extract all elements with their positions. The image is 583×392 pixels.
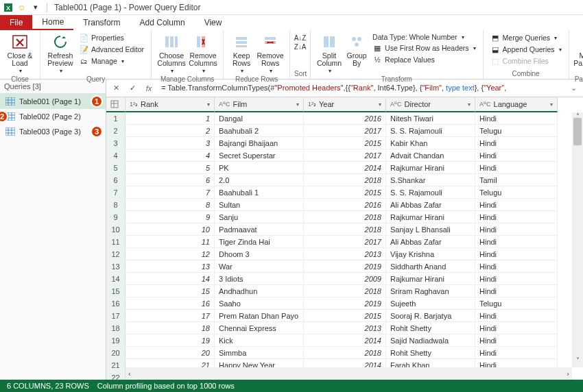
query-item[interactable]: Table003 (Page 3)3 (0, 124, 106, 139)
cell[interactable]: Secret Superstar (215, 149, 304, 162)
cell[interactable]: Tamil (475, 174, 558, 186)
row-number[interactable]: 7 (106, 186, 126, 199)
cell[interactable]: 10 (126, 223, 215, 236)
advanced-editor-button[interactable]: 📝Advanced Editor (76, 44, 147, 55)
column-header[interactable]: AᴮCLanguage▾ (475, 97, 558, 112)
cell[interactable]: Hindi (475, 322, 558, 334)
cell[interactable]: Sanju (215, 211, 304, 223)
row-number[interactable]: 22 (106, 371, 126, 380)
cell[interactable]: 11 (126, 236, 215, 248)
column-header[interactable]: AᴮCDirector▾ (386, 97, 475, 112)
cell[interactable]: Hindi (475, 112, 558, 125)
cell[interactable]: 2009 (304, 273, 386, 285)
column-header[interactable]: 1²₃Rank▾ (126, 97, 215, 112)
tab-home[interactable]: Home (32, 15, 73, 30)
cell[interactable]: 2018 (304, 174, 386, 186)
cell[interactable]: 19 (126, 334, 215, 347)
filter-dropdown-icon[interactable]: ▾ (550, 101, 553, 108)
row-number[interactable]: 6 (106, 174, 126, 186)
cell[interactable]: War (215, 260, 304, 273)
cell[interactable]: 12 (126, 248, 215, 260)
cell[interactable]: Hindi (475, 236, 558, 248)
cell[interactable]: 15 (126, 285, 215, 297)
cell[interactable]: 4 (126, 149, 215, 162)
cell[interactable]: 2019 (304, 297, 386, 310)
row-number[interactable]: 15 (106, 285, 126, 297)
cell[interactable]: Rohit Shetty (386, 347, 475, 359)
row-number[interactable]: 3 (106, 137, 126, 149)
cell[interactable]: 2013 (304, 248, 386, 260)
cell[interactable]: Baahubali 1 (215, 186, 304, 199)
cell[interactable]: Saaho (215, 297, 304, 310)
row-number[interactable]: 14 (106, 273, 126, 285)
cell[interactable]: Andhadhun (215, 285, 304, 297)
filter-dropdown-icon[interactable]: ▾ (468, 101, 471, 108)
append-queries-button[interactable]: ⬓Append Queries▾ (488, 44, 564, 55)
filter-dropdown-icon[interactable]: ▾ (296, 101, 299, 108)
cell[interactable]: Rajkumar Hirani (386, 211, 475, 223)
cell[interactable]: Hindi (475, 310, 558, 322)
cell[interactable]: Siddharth Anand (386, 260, 475, 273)
cell[interactable]: 2019 (304, 260, 386, 273)
cell[interactable]: 2014 (304, 334, 386, 347)
cell[interactable]: Hindi (475, 285, 558, 297)
cell[interactable]: Ali Abbas Zafar (386, 199, 475, 211)
cell[interactable]: Sultan (215, 199, 304, 211)
cell[interactable]: Dangal (215, 112, 304, 125)
cell[interactable]: Sriram Raghavan (386, 285, 475, 297)
filter-dropdown-icon[interactable]: ▾ (379, 101, 381, 108)
cell[interactable]: Baahubali 2 (215, 125, 304, 137)
cell[interactable]: Kick (215, 334, 304, 347)
tab-add-column[interactable]: Add Column (130, 15, 195, 30)
filter-dropdown-icon[interactable]: ▾ (207, 101, 210, 108)
cell[interactable]: Ali Abbas Zafar (386, 236, 475, 248)
cell[interactable]: 2017 (304, 236, 386, 248)
cell[interactable]: 2017 (304, 125, 386, 137)
scroll-left-icon[interactable]: ‹ (128, 369, 131, 378)
row-number[interactable]: 19 (106, 334, 126, 347)
cell[interactable]: 9 (126, 211, 215, 223)
data-type-button[interactable]: Data Type: Whole Number▾ (370, 32, 479, 42)
row-number[interactable]: 8 (106, 199, 126, 211)
cell[interactable]: Hindi (475, 260, 558, 273)
cell[interactable]: 17 (126, 310, 215, 322)
cell[interactable]: 2015 (304, 310, 386, 322)
cell[interactable]: Vijay Krishna (386, 248, 475, 260)
horizontal-scrollbar[interactable]: ‹ › (126, 367, 572, 380)
row-number[interactable]: 4 (106, 149, 126, 162)
row-number[interactable]: 17 (106, 310, 126, 322)
cell[interactable]: 2015 (304, 186, 386, 199)
remove-rows-button[interactable]: Remove Rows▾ (255, 32, 285, 75)
cell[interactable]: 2017 (304, 149, 386, 162)
cell[interactable]: 2016 (304, 199, 386, 211)
cell[interactable]: Simmba (215, 347, 304, 359)
cell[interactable]: Advait Chandan (386, 149, 475, 162)
scroll-thumb[interactable] (573, 118, 582, 145)
scroll-right-icon[interactable]: › (567, 369, 569, 378)
column-header[interactable]: AᴮCFilm▾ (215, 97, 304, 112)
row-number[interactable]: 9 (106, 211, 126, 223)
split-column-button[interactable]: Split Column▾ (315, 32, 344, 75)
cell[interactable]: Hindi (475, 162, 558, 174)
cell[interactable]: Hindi (475, 347, 558, 359)
cell[interactable]: 20 (126, 347, 215, 359)
replace-values-button[interactable]: ½Replace Values (370, 54, 479, 65)
row-number[interactable]: 5 (106, 162, 126, 174)
cell[interactable]: 14 (126, 273, 215, 285)
query-item[interactable]: Table001 (Page 1)1 (0, 94, 106, 109)
row-number[interactable]: 18 (106, 322, 126, 334)
group-by-button[interactable]: Group By (344, 32, 370, 67)
cell[interactable]: 8 (126, 199, 215, 211)
cell[interactable]: 2018 (304, 347, 386, 359)
cell[interactable]: S. S. Rajamouli (386, 125, 475, 137)
cell[interactable]: 2 (126, 125, 215, 137)
query-item[interactable]: Table002 (Page 2)2 (0, 109, 106, 124)
cell[interactable]: Kabir Khan (386, 137, 475, 149)
cell[interactable]: Dhoom 3 (215, 248, 304, 260)
cell[interactable]: 2015 (304, 137, 386, 149)
cell[interactable]: S.Shankar (386, 174, 475, 186)
row-number[interactable]: 11 (106, 236, 126, 248)
row-number[interactable]: 2 (106, 125, 126, 137)
tab-view[interactable]: View (195, 15, 232, 30)
cell[interactable]: 3 (126, 137, 215, 149)
